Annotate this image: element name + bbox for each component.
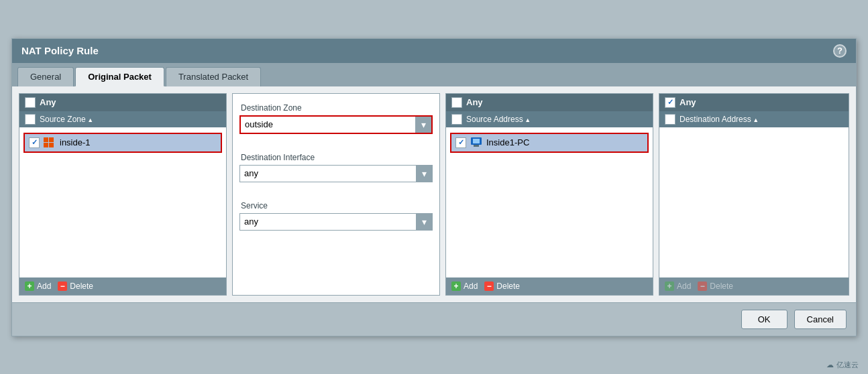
middle-panel-body: Destination Zone Destination Interface S… [233, 94, 439, 295]
dest-zone-dropdown-btn[interactable] [415, 117, 431, 133]
source-address-footer: + Add − Delete [446, 277, 653, 295]
source-address-item[interactable]: Inside1-PC [450, 133, 649, 153]
source-address-body: Inside1-PC [446, 127, 653, 277]
dest-address-any-label: Any [680, 97, 696, 107]
source-zone-col-header: Source Zone [19, 111, 226, 127]
pc-icon [470, 137, 482, 149]
source-address-item-checkbox[interactable] [455, 137, 466, 148]
nat-policy-dialog: NAT Policy Rule ? General Original Packe… [11, 38, 857, 336]
tab-original-packet[interactable]: Original Packet [75, 67, 164, 86]
source-zone-footer: + Add − Delete [19, 277, 226, 295]
dest-interface-label: Destination Interface [241, 153, 431, 162]
source-address-col-header: Source Address [446, 111, 653, 127]
dialog-title: NAT Policy Rule [21, 45, 99, 56]
add-icon: + [25, 282, 34, 291]
source-address-col-checkbox[interactable] [451, 114, 462, 125]
add-icon: + [451, 282, 461, 291]
service-dropdown-btn[interactable] [416, 214, 432, 230]
dest-interface-input[interactable] [240, 166, 416, 181]
ok-button[interactable]: OK [741, 310, 788, 329]
dest-interface-dropdown-btn[interactable] [416, 166, 432, 182]
dest-interface-dropdown[interactable] [239, 165, 433, 182]
delete-icon: − [484, 282, 494, 291]
dest-address-delete-button: − Delete [698, 282, 733, 291]
service-dropdown[interactable] [239, 213, 433, 231]
dest-address-panel: Any Destination Address + Add − Delete [659, 93, 849, 296]
help-icon[interactable]: ? [833, 44, 847, 58]
add-icon: + [665, 282, 674, 291]
dialog-footer: OK Cancel [12, 302, 856, 336]
cancel-button[interactable]: Cancel [794, 310, 847, 329]
middle-panel: Destination Zone Destination Interface S… [232, 93, 440, 296]
delete-icon: − [698, 282, 707, 291]
source-zone-panel: Any Source Zone inside-1 [19, 93, 227, 296]
source-address-add-button[interactable]: + Add [451, 282, 478, 291]
source-address-any-label: Any [466, 97, 483, 107]
watermark: ☁ 亿速云 [826, 360, 859, 370]
source-zone-any-row: Any [19, 94, 226, 111]
dest-address-footer: + Add − Delete [659, 277, 849, 295]
tab-general[interactable]: General [17, 67, 74, 86]
source-zone-item-checkbox[interactable] [29, 137, 40, 148]
source-address-panel: Any Source Address Inside1-PC [445, 93, 653, 296]
dest-address-add-button: + Add [665, 282, 691, 291]
source-zone-delete-button[interactable]: − Delete [58, 282, 93, 291]
source-zone-any-label: Any [40, 97, 56, 107]
dest-zone-input[interactable] [241, 117, 415, 132]
any-checkbox-source-zone[interactable] [25, 97, 36, 108]
dest-address-col-header: Destination Address [659, 111, 849, 127]
source-zone-body: inside-1 [19, 127, 226, 277]
any-checkbox-dest-addr[interactable] [665, 97, 675, 108]
dest-address-body [659, 127, 849, 277]
any-checkbox-source-addr[interactable] [451, 97, 462, 108]
service-input[interactable] [240, 214, 416, 229]
source-address-delete-button[interactable]: − Delete [484, 282, 520, 291]
dest-address-col-checkbox[interactable] [665, 114, 675, 125]
source-zone-col-label: Source Zone [40, 115, 93, 124]
dest-zone-dropdown[interactable] [239, 115, 433, 134]
dest-address-col-label: Destination Address [680, 115, 759, 124]
source-address-any-row: Any [446, 94, 653, 111]
service-label: Service [241, 201, 431, 210]
dest-zone-label: Destination Zone [241, 103, 431, 113]
main-content: Any Source Zone inside-1 [12, 86, 856, 302]
source-zone-col-checkbox[interactable] [25, 114, 36, 125]
tab-translated-packet[interactable]: Translated Packet [166, 67, 261, 86]
source-zone-add-button[interactable]: + Add [25, 282, 51, 291]
zone-icon [44, 137, 56, 149]
dialog-titlebar: NAT Policy Rule ? [12, 39, 856, 63]
source-address-col-label: Source Address [466, 115, 531, 124]
tab-bar: General Original Packet Translated Packe… [12, 63, 856, 86]
source-address-item-label: Inside1-PC [486, 137, 529, 147]
source-zone-item-label: inside-1 [60, 137, 91, 147]
dest-address-any-row: Any [659, 94, 849, 111]
delete-icon: − [58, 282, 67, 291]
source-zone-item[interactable]: inside-1 [23, 133, 222, 153]
